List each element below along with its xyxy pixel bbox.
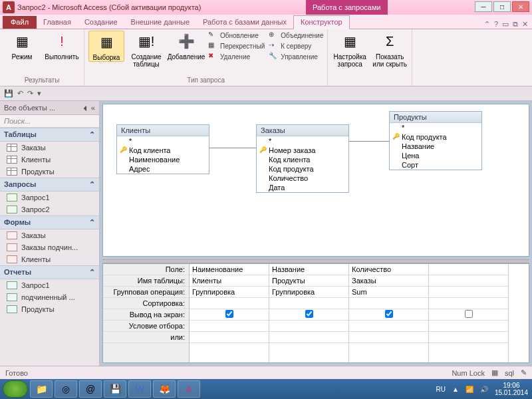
app-icon: A <box>3 1 15 13</box>
tab-database[interactable]: Работа с базами данных <box>196 16 293 29</box>
nav-query-item[interactable]: Запрос2 <box>0 203 99 215</box>
design-grid: Поле:Имя таблицы:Групповая операция: Сор… <box>102 263 529 363</box>
mdi-restore-icon[interactable]: ⧉ <box>513 20 518 29</box>
minimize-button[interactable]: ─ <box>475 1 492 12</box>
select-query-button[interactable]: ▦ Выборка <box>88 31 124 62</box>
delete-icon: ✖ <box>208 52 217 61</box>
nav-cat-queries[interactable]: Запросы⌃ <box>0 178 99 192</box>
show-hide-button[interactable]: Σ Показать или скрыть <box>372 31 408 68</box>
ribbon-minimize-icon[interactable]: ⌃ <box>484 20 490 29</box>
sigma-icon: Σ <box>379 31 400 52</box>
nav-form-item[interactable]: Заказы подчин... <box>0 241 99 253</box>
union-button[interactable]: ⊕Объединение <box>269 31 323 40</box>
datadef-button[interactable]: 🔧Управление <box>269 52 323 61</box>
table-box-orders[interactable]: Заказы * Номер заказа Код клиента Код пр… <box>256 124 349 193</box>
nav-cat-tables[interactable]: Таблицы⌃ <box>0 128 99 142</box>
chevron-up-icon: ⌃ <box>89 180 95 189</box>
file-tab[interactable]: Файл <box>3 16 37 29</box>
join-line <box>206 148 259 148</box>
grid-column[interactable]: НазваниеПродуктыГруппировка <box>269 264 349 362</box>
view-design-icon[interactable]: ✎ <box>521 368 527 377</box>
taskbar-access[interactable]: A <box>178 380 200 398</box>
help-icon[interactable]: ? <box>494 20 498 29</box>
nav-report-item[interactable]: Запрос1 <box>0 279 99 291</box>
view-sql-icon[interactable]: sql <box>505 369 514 377</box>
make-table-button[interactable]: ▦! Создание таблицы <box>128 31 164 68</box>
nav-cat-forms[interactable]: Формы⌃ <box>0 215 99 229</box>
show-checkbox[interactable] <box>385 310 393 318</box>
qat-dropdown-icon[interactable]: ▾ <box>37 89 41 98</box>
undo-icon[interactable]: ↶ <box>17 89 23 98</box>
taskbar-save[interactable]: 💾 <box>104 380 126 398</box>
nav-cat-reports[interactable]: Отчеты⌃ <box>0 265 99 279</box>
table-icon <box>7 144 17 152</box>
query-setup-button[interactable]: ▦ Настройка запроса <box>332 31 368 68</box>
navigation-pane: Все объекты ... ⏴ « Поиск... Таблицы⌃ За… <box>0 101 100 366</box>
view-datasheet-icon[interactable]: ▦ <box>491 368 498 377</box>
tray-flag-icon[interactable]: ▲ <box>452 386 459 393</box>
show-checkbox[interactable] <box>225 310 233 318</box>
nav-header[interactable]: Все объекты ... ⏴ « <box>0 101 99 115</box>
grid-row-labels: Поле:Имя таблицы:Групповая операция: Сор… <box>103 264 190 362</box>
crosstab-button[interactable]: ▦Перекрестный <box>208 41 265 51</box>
nav-report-item[interactable]: Продукты <box>0 303 99 315</box>
mdi-min-icon[interactable]: ▭ <box>502 20 509 29</box>
mdi-close-icon[interactable]: ✕ <box>522 20 528 29</box>
taskbar-explorer[interactable]: 📁 <box>30 380 53 398</box>
join-line <box>346 141 392 142</box>
table-icon <box>7 156 17 164</box>
taskbar-firefox[interactable]: 🦊 <box>153 380 176 398</box>
tray-volume-icon[interactable]: 🔊 <box>480 386 488 393</box>
taskbar-mail[interactable]: @ <box>79 380 102 398</box>
table-box-clients[interactable]: Клиенты * Код клиента Наименование Адрес <box>116 124 209 174</box>
maximize-button[interactable]: □ <box>493 1 511 12</box>
diagram-pane[interactable]: Клиенты * Код клиента Наименование Адрес… <box>102 104 529 257</box>
grid-column[interactable]: КоличествоЗаказыSum <box>349 264 429 362</box>
tray-network-icon[interactable]: 📶 <box>466 386 473 393</box>
taskbar-chrome[interactable]: ◎ <box>55 380 77 398</box>
report-icon <box>7 305 17 313</box>
tab-external[interactable]: Внешние данные <box>124 16 196 29</box>
delete-button[interactable]: ✖Удаление <box>208 52 265 61</box>
nav-table-item[interactable]: Заказы <box>0 142 99 154</box>
tab-create[interactable]: Создание <box>78 16 124 29</box>
chevron-up-icon: ⌃ <box>89 130 95 139</box>
nav-query-item[interactable]: Запрос1 <box>0 192 99 203</box>
table-box-products[interactable]: Продукты * Код продукта Название Цена Со… <box>389 111 482 170</box>
union-icon: ⊕ <box>269 31 278 40</box>
start-button[interactable] <box>3 380 28 398</box>
passthrough-button[interactable]: ⇢К серверу <box>269 41 323 51</box>
form-icon <box>7 231 17 239</box>
taskbar-word[interactable]: W <box>128 380 151 398</box>
grid-column[interactable]: НаименованиеКлиентыГруппировка <box>190 264 269 362</box>
setup-icon: ▦ <box>339 31 360 52</box>
tab-design[interactable]: Конструктор <box>293 15 350 29</box>
wrench-icon: 🔧 <box>269 52 278 61</box>
view-button[interactable]: ▦ Режим <box>4 31 40 61</box>
ribbon: ▦ Режим ! Выполнить Результаты ▦ Выборка… <box>0 29 532 86</box>
save-icon[interactable]: 💾 <box>4 89 13 98</box>
nav-table-item[interactable]: Клиенты <box>0 154 99 166</box>
nav-search[interactable]: Поиск... <box>0 115 99 128</box>
nav-form-item[interactable]: Заказы <box>0 229 99 241</box>
nav-report-item[interactable]: подчиненный ... <box>0 291 99 303</box>
chevron-up-icon: ⌃ <box>89 218 95 227</box>
taskbar-clock[interactable]: 19:0615.01.2014 <box>495 382 528 396</box>
lang-indicator[interactable]: RU <box>436 386 446 393</box>
query-icon <box>7 194 17 201</box>
exclaim-icon: ! <box>51 31 72 52</box>
append-button[interactable]: ➕ Добавление <box>168 31 204 61</box>
show-checkbox[interactable] <box>305 310 313 318</box>
tab-home[interactable]: Главная <box>37 16 78 29</box>
server-icon: ⇢ <box>269 41 278 51</box>
run-button[interactable]: ! Выполнить <box>44 31 80 61</box>
redo-icon[interactable]: ↷ <box>27 89 33 98</box>
close-button[interactable]: ✕ <box>512 1 529 12</box>
update-button[interactable]: ✎Обновление <box>208 31 265 40</box>
status-numlock: Num Lock <box>452 369 485 377</box>
show-checkbox[interactable] <box>465 310 473 318</box>
nav-form-item[interactable]: Клиенты <box>0 253 99 265</box>
chevron-left-icon[interactable]: ⏴ « <box>82 104 95 112</box>
grid-column[interactable] <box>429 264 509 362</box>
nav-table-item[interactable]: Продукты <box>0 166 99 178</box>
